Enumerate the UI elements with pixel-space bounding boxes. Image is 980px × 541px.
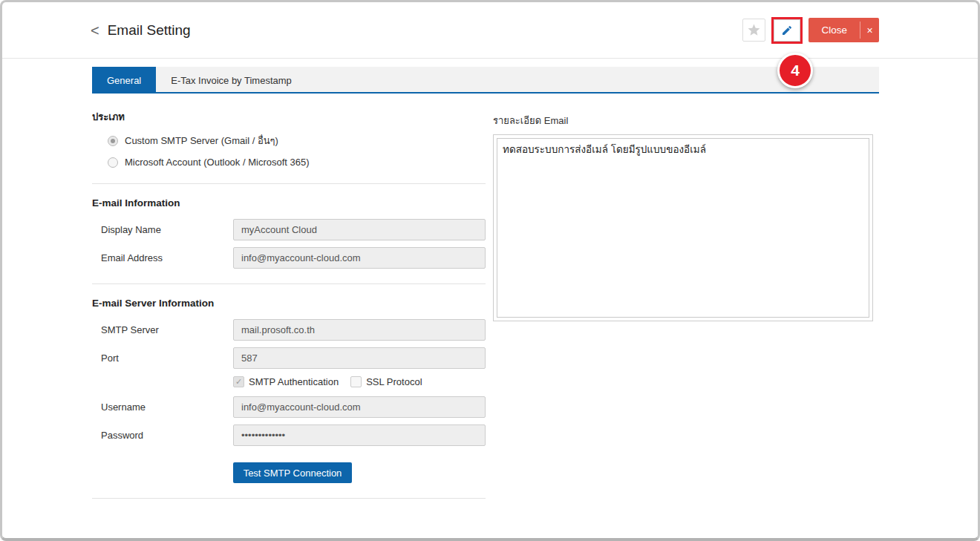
right-column: รายละเอียด Email ทดสอบระบบการส่งอีเมล์ โ… bbox=[493, 109, 873, 499]
main: ประเภท Custom SMTP Server (Gmail / อื่นๆ… bbox=[92, 94, 879, 499]
tab-general[interactable]: General bbox=[92, 67, 156, 94]
display-name-row: Display Name bbox=[92, 219, 486, 240]
left-column: ประเภท Custom SMTP Server (Gmail / อื่นๆ… bbox=[92, 109, 486, 499]
smtp-server-field[interactable] bbox=[233, 319, 486, 341]
close-split-button: Close × bbox=[808, 18, 879, 42]
port-label: Port bbox=[92, 353, 233, 364]
display-name-field[interactable] bbox=[233, 219, 486, 240]
tabbar: General E-Tax Invoice by Timestamp bbox=[92, 67, 879, 94]
username-label: Username bbox=[92, 401, 233, 413]
tab-etax-invoice[interactable]: E-Tax Invoice by Timestamp bbox=[156, 67, 307, 94]
email-address-field[interactable] bbox=[233, 247, 486, 269]
pencil-icon bbox=[781, 24, 793, 36]
close-x-icon[interactable]: × bbox=[860, 18, 879, 42]
edit-button[interactable] bbox=[774, 19, 800, 42]
edit-button-highlight bbox=[771, 17, 803, 44]
content: General E-Tax Invoice by Timestamp ประเภ… bbox=[92, 67, 879, 499]
divider bbox=[92, 283, 486, 284]
server-information-heading: E-mail Server Information bbox=[92, 298, 486, 309]
type-radio-group: Custom SMTP Server (Gmail / อื่นๆ) Micro… bbox=[108, 134, 486, 168]
email-setting-window: < Email Setting Close × bbox=[0, 0, 980, 541]
password-row: Password bbox=[92, 424, 486, 446]
smtp-authentication-label: SMTP Authentication bbox=[249, 376, 339, 387]
email-information-heading: E-mail Information bbox=[92, 197, 486, 209]
email-detail-textarea[interactable]: ทดสอบระบบการส่งอีเมล์ โดยมีรูปแบบของอีเม… bbox=[497, 138, 869, 318]
radio-icon-unselected[interactable] bbox=[108, 157, 118, 168]
radio-microsoft-account-label: Microsoft Account (Outlook / Microsoft 3… bbox=[125, 157, 310, 168]
email-detail-label: รายละเอียด Email bbox=[493, 113, 873, 128]
page-title: Email Setting bbox=[108, 22, 191, 39]
radio-microsoft-account[interactable]: Microsoft Account (Outlook / Microsoft 3… bbox=[108, 156, 486, 168]
email-address-label: Email Address bbox=[92, 252, 233, 263]
password-label: Password bbox=[92, 430, 233, 441]
divider bbox=[92, 183, 486, 184]
display-name-label: Display Name bbox=[92, 224, 233, 235]
radio-custom-smtp-label: Custom SMTP Server (Gmail / อื่นๆ) bbox=[125, 133, 278, 148]
divider bbox=[92, 498, 486, 499]
checkbox-checked-icon[interactable] bbox=[233, 376, 244, 387]
email-detail-box: ทดสอบระบบการส่งอีเมล์ โดยมีรูปแบบของอีเม… bbox=[493, 134, 873, 321]
port-row: Port bbox=[92, 347, 486, 369]
test-smtp-connection-button[interactable]: Test SMTP Connection bbox=[233, 462, 352, 483]
close-button[interactable]: Close bbox=[808, 18, 860, 42]
smtp-server-row: SMTP Server bbox=[92, 319, 486, 341]
step-4-annotation-badge: 4 bbox=[777, 53, 813, 88]
ssl-protocol-label: SSL Protocol bbox=[366, 376, 422, 387]
username-row: Username bbox=[92, 396, 486, 418]
favorite-button[interactable] bbox=[742, 19, 765, 42]
star-icon bbox=[747, 23, 761, 37]
radio-custom-smtp[interactable]: Custom SMTP Server (Gmail / อื่นๆ) bbox=[108, 134, 486, 147]
radio-icon-selected[interactable] bbox=[108, 136, 118, 146]
header-actions: Close × bbox=[742, 17, 879, 44]
title-wrap: < Email Setting bbox=[91, 22, 191, 39]
header: < Email Setting Close × bbox=[2, 2, 978, 59]
smtp-authentication-checkbox[interactable]: SMTP Authentication bbox=[233, 376, 339, 387]
ssl-protocol-checkbox[interactable]: SSL Protocol bbox=[350, 376, 422, 387]
username-field[interactable] bbox=[233, 396, 486, 418]
email-address-row: Email Address bbox=[92, 247, 486, 269]
port-field[interactable] bbox=[233, 347, 486, 369]
smtp-server-label: SMTP Server bbox=[92, 324, 233, 335]
back-icon[interactable]: < bbox=[91, 23, 99, 38]
checkbox-unchecked-icon[interactable] bbox=[350, 376, 362, 387]
password-field[interactable] bbox=[233, 424, 486, 446]
type-label: ประเภท bbox=[92, 109, 486, 125]
checkbox-row: SMTP Authentication SSL Protocol bbox=[233, 376, 486, 388]
